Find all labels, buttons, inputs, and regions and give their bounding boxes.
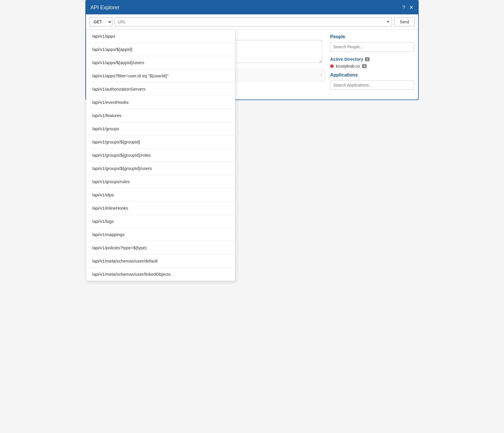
search-applications-input[interactable] — [330, 81, 414, 90]
ad-item-name: krustykrab.co — [336, 64, 360, 68]
method-select[interactable]: GET — [89, 17, 112, 26]
dropdown-item-13[interactable]: /api/v1/inlineHooks — [86, 202, 235, 215]
main-area: Body ir account activated › /api/v1/apps… — [86, 30, 418, 99]
ad-item-badge: 3 — [362, 64, 367, 68]
dropdown-item-1[interactable]: /api/v1/apps/${appId} — [86, 43, 235, 56]
active-directory-title: Active Directory — [330, 57, 363, 62]
applications-section: Applications — [330, 72, 414, 95]
url-dropdown-list: /api/v1/apps /api/v1/apps/${appId} /api/… — [86, 30, 235, 281]
close-icon[interactable]: ✕ — [409, 4, 413, 11]
modal-title: API Explorer — [91, 5, 120, 11]
applications-title: Applications — [330, 72, 414, 78]
search-people-input[interactable] — [330, 42, 414, 51]
header-icons: ? ✕ — [402, 4, 413, 11]
dropdown-item-7[interactable]: /api/v1/groups — [86, 122, 235, 135]
dropdown-item-5[interactable]: /api/v1/eventHooks — [86, 96, 235, 109]
dropdown-item-4[interactable]: /api/v1/authorizationServers — [86, 83, 235, 96]
toolbar-row: GET ▼ Send — [86, 14, 418, 30]
dropdown-item-9[interactable]: /api/v1/groups/${groupId}/roles — [86, 149, 235, 162]
status-dot-icon — [330, 64, 334, 68]
url-input[interactable] — [115, 17, 392, 26]
people-section: People — [330, 34, 414, 57]
dropdown-item-10[interactable]: /api/v1/groups/${groupId}/users — [86, 162, 235, 175]
dropdown-item-2[interactable]: /api/v1/apps/${appId}/users — [86, 56, 235, 69]
dropdown-item-6[interactable]: /api/v1/features — [86, 109, 235, 122]
dropdown-item-0[interactable]: /api/v1/apps — [86, 30, 235, 43]
dropdown-item-14[interactable]: /api/v1/logs — [86, 215, 235, 228]
right-panel: People Active Directory 1 krustykrab.co … — [326, 30, 418, 99]
modal-header: API Explorer ? ✕ — [86, 1, 418, 14]
active-directory-section: Active Directory 1 krustykrab.co 3 — [330, 57, 414, 68]
dropdown-item-15[interactable]: /api/v1/mappings — [86, 228, 235, 241]
body-section: Body ir account activated › /api/v1/apps… — [86, 30, 326, 99]
active-directory-badge: 1 — [365, 57, 370, 61]
ad-header: Active Directory 1 — [330, 57, 414, 62]
dropdown-item-17[interactable]: /api/v1/meta/schemas/user/default — [86, 254, 235, 268]
help-icon[interactable]: ? — [402, 5, 405, 11]
people-title: People — [330, 34, 414, 39]
dropdown-item-12[interactable]: /api/v1/idps — [86, 188, 235, 202]
dropdown-item-8[interactable]: /api/v1/groups/${groupId} — [86, 135, 235, 149]
api-explorer-modal: API Explorer ? ✕ GET ▼ Send Body ir acco… — [85, 0, 419, 100]
dropdown-item-16[interactable]: /api/v1/policies?type=${type} — [86, 241, 235, 254]
chevron-right-icon: › — [321, 72, 322, 77]
dropdown-item-11[interactable]: /api/v1/groups/rules — [86, 175, 235, 188]
dropdown-item-18[interactable]: /api/v1/meta/schemas/user/linkedObjects — [86, 268, 235, 281]
send-button[interactable]: Send — [394, 17, 415, 26]
dropdown-item-3[interactable]: /api/v1/apps?filter=user.id eq "${userId… — [86, 69, 235, 83]
ad-item: krustykrab.co 3 — [330, 64, 414, 68]
url-input-wrapper: ▼ — [115, 17, 392, 26]
